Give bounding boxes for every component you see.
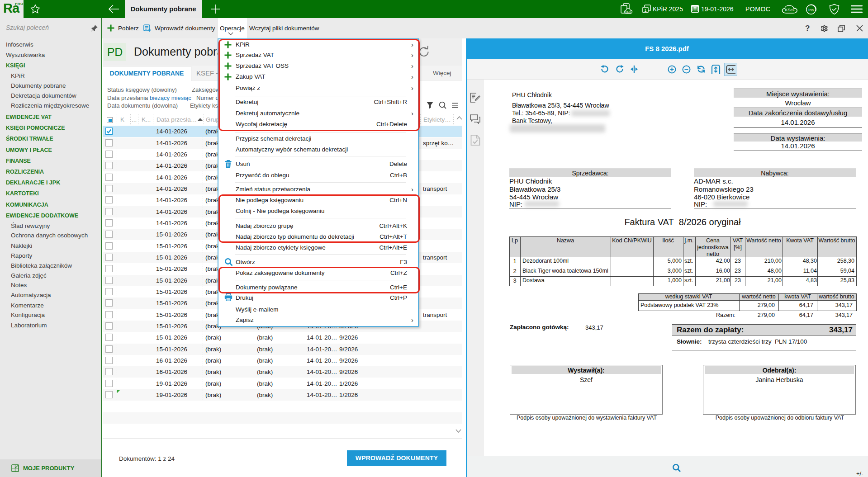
svg-text:Ins: Ins	[808, 8, 814, 12]
svg-text:KSeF: KSeF	[785, 8, 795, 12]
svg-text:KSeF: KSeF	[625, 10, 632, 13]
svg-text:1: 1	[644, 8, 646, 13]
